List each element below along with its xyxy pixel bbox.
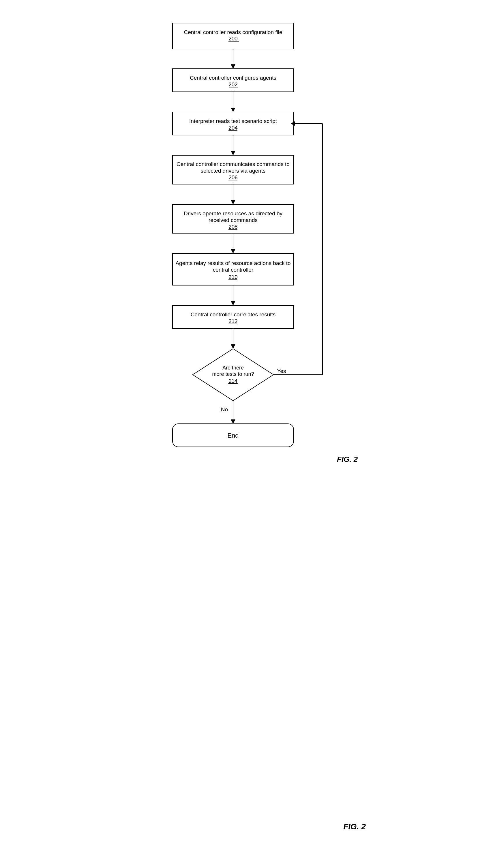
text-208ref: 208 (228, 224, 238, 230)
text-206a: Central controller communicates commands… (176, 161, 290, 167)
arrowhead-no (231, 419, 235, 424)
text-202ref: 202 (228, 81, 238, 87)
text-yes: Yes (277, 368, 286, 374)
text-210a: Agents relay results of resource actions… (175, 260, 290, 266)
fig-label: FIG. 2 (343, 822, 366, 831)
arrowhead-208-210 (231, 249, 235, 253)
text-202a: Central controller configures agents (190, 75, 276, 81)
arrowhead-206-208 (231, 200, 235, 204)
text-206b: selected drivers via agents (201, 168, 266, 174)
text-214b: more tests to run? (212, 371, 254, 377)
diagram-container: FIG. 2 Central controller reads configur… (123, 12, 372, 849)
text-204a: Interpreter reads test scenario script (189, 118, 277, 124)
text-210ref: 210 (228, 274, 238, 280)
text-208a: Drivers operate resources as directed by (184, 211, 283, 217)
text-212a: Central controller correlates results (191, 312, 276, 318)
arrowhead-210-212 (231, 301, 235, 305)
text-208b: received commands (208, 217, 258, 223)
arrowhead-200-202 (231, 64, 235, 69)
arrowhead-202-204 (231, 108, 235, 112)
fig2-label: FIG. 2 (337, 455, 358, 464)
text-end: End (227, 432, 239, 439)
arrowhead-212-214 (231, 344, 235, 349)
text-200ref: 200 (228, 35, 238, 41)
text-214a: Are there (222, 365, 244, 371)
text-200a: Central controller reads configuration f… (184, 29, 282, 35)
text-no: No (221, 406, 228, 413)
text-204ref: 204 (228, 125, 238, 131)
text-210b: central controller (213, 267, 254, 273)
flowchart-svg: Central controller reads configuration f… (123, 12, 372, 849)
arrowhead-204-206 (231, 151, 235, 155)
text-214ref: 214 (229, 378, 237, 384)
text-206ref: 206 (228, 174, 238, 180)
text-212ref: 212 (228, 318, 238, 324)
